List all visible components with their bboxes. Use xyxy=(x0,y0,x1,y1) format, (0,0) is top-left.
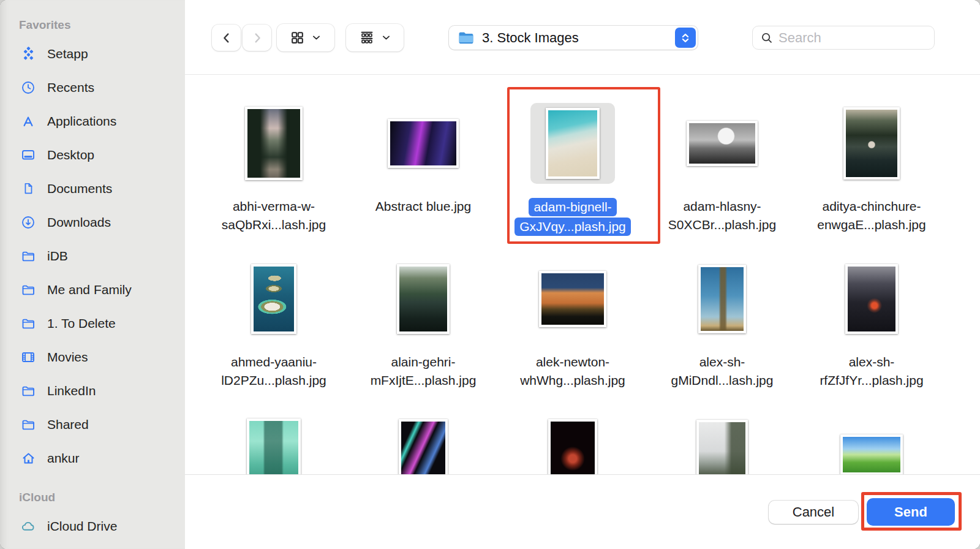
file-item-red-flower[interactable] xyxy=(498,409,647,474)
search-icon xyxy=(760,31,774,45)
footer-bar: Cancel Send xyxy=(185,474,980,549)
thumbnail-area xyxy=(843,98,900,189)
location-dropdown[interactable]: 3. Stock Images xyxy=(449,26,698,50)
cloud-icon xyxy=(19,518,37,534)
file-item-orange-rocks[interactable]: alek-newton-whWhg...plash.jpg xyxy=(498,254,647,390)
file-name-line: enwgaE...plash.jpg xyxy=(817,218,925,232)
clock-icon xyxy=(19,80,37,96)
thumbnail-area xyxy=(245,98,303,189)
thumbnail-lighthouse-island xyxy=(843,107,900,180)
search-input[interactable] xyxy=(778,30,913,46)
thumbnail-green-meadow xyxy=(840,434,903,474)
file-item-lighthouse-island[interactable]: aditya-chinchure-enwgaE...plash.jpg xyxy=(797,98,946,237)
thumbnail-lake-reflection xyxy=(397,264,450,334)
sidebar-item-label: Shared xyxy=(47,417,89,432)
file-name: aditya-chinchure-enwgaE...plash.jpg xyxy=(817,197,925,234)
thumbnail-forest-road xyxy=(245,107,303,180)
sidebar-item-idb[interactable]: iDB xyxy=(0,239,185,273)
thumbnail-wrap xyxy=(698,265,746,333)
back-button[interactable] xyxy=(212,25,241,51)
file-item-dried-plant[interactable]: alex-sh-gMiDndl...lash.jpg xyxy=(647,254,797,390)
file-name-line: ahmed-yaaniu- xyxy=(231,355,317,369)
forward-button[interactable] xyxy=(243,25,271,51)
file-name: alex-sh-rfZfJfYr...plash.jpg xyxy=(820,353,923,390)
file-item-green-tower[interactable] xyxy=(199,409,349,474)
sidebar-item-setapp[interactable]: Setapp xyxy=(0,37,185,70)
file-name-line: abhi-verma-w- xyxy=(233,199,315,213)
sidebar-item-linkedin[interactable]: LinkedIn xyxy=(0,374,185,407)
file-name-line: rfZfJfYr...plash.jpg xyxy=(820,373,923,387)
thumbnail-area xyxy=(548,409,597,474)
thumbnail-area xyxy=(388,98,459,189)
main-area: 3. Stock Images abhi-verma-w-saQbRxi...l… xyxy=(185,0,980,549)
thumbnail-wrap xyxy=(399,419,448,474)
thumbnail-wrap xyxy=(843,107,900,180)
thumbnail-area xyxy=(399,409,448,474)
sidebar-item-label: Documents xyxy=(47,181,112,196)
thumbnail-area xyxy=(539,254,606,344)
folder-icon xyxy=(19,282,37,298)
thumbnail-glitch-lights xyxy=(399,419,448,474)
file-name-line: alain-gehri- xyxy=(391,355,455,369)
sidebar-item-downloads[interactable]: Downloads xyxy=(0,205,185,239)
sidebar-item-recents[interactable]: Recents xyxy=(0,70,185,104)
file-item-atoll-islands[interactable]: ahmed-yaaniu-lD2PZu...plash.jpg xyxy=(199,254,349,390)
file-item-dark-mountain[interactable]: alex-sh-rfZfJfYr...plash.jpg xyxy=(797,254,946,390)
file-name-line: S0XCBr...plash.jpg xyxy=(668,218,776,232)
thumbnail-dried-plant xyxy=(698,265,746,333)
sidebar-item-ankur[interactable]: ankur xyxy=(0,441,185,475)
grid-row: ahmed-yaaniu-lD2PZu...plash.jpgalain-geh… xyxy=(199,254,946,390)
folder-icon xyxy=(458,31,475,45)
sidebar-item-icloud-drive[interactable]: iCloud Drive xyxy=(0,509,185,543)
thumbnail-area xyxy=(251,254,296,344)
group-view-icon xyxy=(359,30,375,45)
send-button[interactable]: Send xyxy=(867,498,955,526)
file-item-cliff-sky[interactable] xyxy=(647,409,797,474)
sidebar-item-label: ankur xyxy=(47,451,80,466)
grid-view-icon xyxy=(290,30,305,45)
folder-icon xyxy=(19,316,37,331)
thumbnail-moon-dunes xyxy=(687,121,758,166)
file-name-line: alex-sh- xyxy=(849,355,895,369)
sidebar-item-label: Desktop xyxy=(47,148,94,162)
sidebar-item-me-and-family[interactable]: Me and Family xyxy=(0,273,185,306)
thumbnail-atoll-islands xyxy=(251,264,296,334)
sidebar-item-label: iCloud Drive xyxy=(47,519,117,534)
sidebar-item-movies[interactable]: Movies xyxy=(0,340,185,374)
file-name-line: whWhg...plash.jpg xyxy=(520,373,625,387)
home-icon xyxy=(19,450,37,466)
file-item-beach-shore[interactable]: adam-bignell-GxJVqy...plash.jpg xyxy=(498,98,647,237)
file-item-moon-dunes[interactable]: adam-hlasny-S0XCBr...plash.jpg xyxy=(647,98,797,237)
sidebar-item-1-to-delete[interactable]: 1. To Delete xyxy=(0,306,185,340)
folder-icon xyxy=(19,383,37,399)
sidebar-item-label: Downloads xyxy=(47,215,111,230)
thumbnail-wrap xyxy=(245,107,303,180)
icon-view-button[interactable] xyxy=(277,24,334,51)
sidebar-item-documents[interactable]: Documents xyxy=(0,172,185,205)
chevron-down-icon xyxy=(381,32,391,43)
sidebar-item-label: 1. To Delete xyxy=(47,316,116,331)
file-name-line: gMiDndl...lash.jpg xyxy=(671,373,774,387)
thumbnail-dark-mountain xyxy=(845,264,898,334)
search-field[interactable] xyxy=(752,26,935,50)
setapp-icon xyxy=(19,46,37,62)
file-item-glitch-lights[interactable] xyxy=(349,409,498,474)
group-view-button[interactable] xyxy=(346,24,404,51)
appstore-icon xyxy=(19,113,37,129)
selected-thumbnail-highlight xyxy=(530,103,615,184)
file-name: alex-sh-gMiDndl...lash.jpg xyxy=(671,353,774,390)
sidebar-item-shared[interactable]: Shared xyxy=(0,407,185,441)
desktop-icon xyxy=(19,147,37,163)
file-item-lake-reflection[interactable]: alain-gehri-mFxIjtE...plash.jpg xyxy=(349,254,498,390)
file-item-green-meadow[interactable] xyxy=(797,409,946,474)
file-name-line: adam-hlasny- xyxy=(683,199,761,213)
sidebar-item-label: Applications xyxy=(47,114,116,129)
sidebar-item-applications[interactable]: Applications xyxy=(0,104,185,138)
cancel-button[interactable]: Cancel xyxy=(769,501,858,524)
thumbnail-red-flower xyxy=(548,419,597,474)
up-down-chevrons-icon[interactable] xyxy=(675,28,696,48)
file-item-abstract-blue[interactable]: Abstract blue.jpg xyxy=(349,98,498,237)
sidebar-item-desktop[interactable]: Desktop xyxy=(0,138,185,172)
file-item-forest-road[interactable]: abhi-verma-w-saQbRxi...lash.jpg xyxy=(199,98,349,237)
toolbar: 3. Stock Images xyxy=(185,0,980,75)
